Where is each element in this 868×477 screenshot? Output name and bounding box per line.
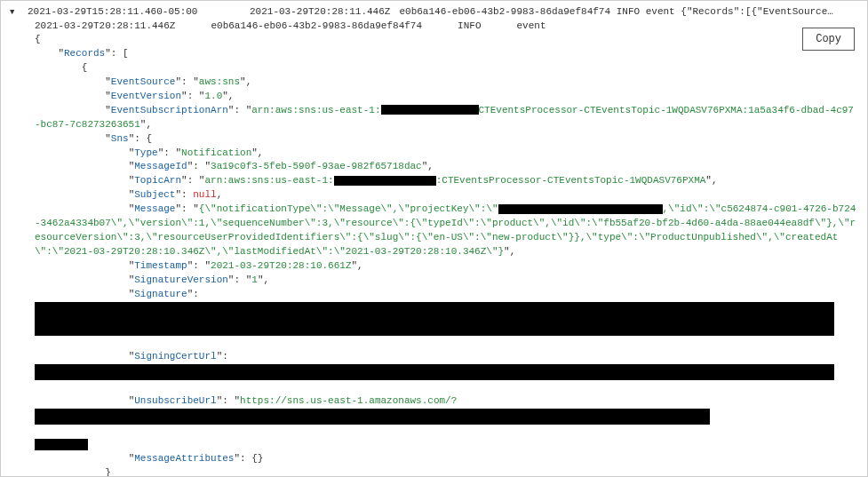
log-container: ▼ 2021-03-29T15:28:11.460-05:00 2021-03-…	[1, 1, 867, 477]
key-message: Message	[134, 203, 175, 214]
key-eventsubarn: EventSubscriptionArn	[111, 105, 228, 115]
val-topicarn-p1: arn:aws:sns:us-east-1:	[204, 175, 333, 186]
key-sns: Sns	[111, 133, 129, 144]
key-messageid: MessageId	[134, 161, 187, 171]
detail-request-id: e0b6a146-eb06-43b2-9983-86da9ef84f74	[211, 20, 422, 31]
val-message-p1: {\"notificationType\":\"Message\",\"proj…	[199, 203, 498, 214]
redacted-trail	[35, 439, 88, 450]
redacted-projectkey	[498, 204, 663, 214]
detail-level: INFO	[458, 20, 481, 31]
key-subject: Subject	[134, 189, 175, 200]
redacted-signingcert	[35, 364, 834, 380]
key-signature: Signature	[134, 289, 187, 299]
val-eventsubarn-p1: arn:aws:sns:us-east-1:	[251, 105, 380, 115]
log-detail: 2021-03-29T20:28:11.446Z e0b6a146-eb06-4…	[10, 20, 858, 477]
json-body[interactable]: { "Records": [ { "EventSource": "aws:sns…	[35, 33, 858, 477]
collapse-icon[interactable]: ▼	[10, 6, 19, 17]
log-header-row[interactable]: ▼ 2021-03-29T15:28:11.460-05:00 2021-03-…	[10, 6, 858, 17]
key-msgattr: MessageAttributes	[134, 453, 234, 464]
key-type: Type	[134, 147, 157, 158]
val-eventversion: 1.0	[204, 91, 222, 101]
val-messageid: 3a19c0f3-5feb-590f-93ae-982f65718dac	[211, 161, 422, 171]
val-sigver: 1	[251, 274, 258, 285]
key-records: Records	[64, 48, 105, 59]
redacted-unsub	[35, 409, 710, 425]
val-timestamp: 2021-03-29T20:28:10.661Z	[211, 260, 351, 271]
key-unsub: UnsubscribeUrl	[134, 395, 216, 406]
redacted-account-2	[334, 176, 436, 186]
header-timestamp-utc: 2021-03-29T20:28:11.446Z	[250, 6, 390, 17]
redacted-signature	[35, 302, 834, 336]
key-signingcert: SigningCertUrl	[134, 351, 216, 362]
detail-header: 2021-03-29T20:28:11.446Z e0b6a146-eb06-4…	[35, 20, 858, 31]
header-message-summary: e0b6a146-eb06-43b2-9983-86da9ef84f74 INF…	[399, 6, 832, 17]
redacted-account-1	[381, 105, 479, 115]
key-eventversion: EventVersion	[111, 91, 181, 101]
val-eventsource: aws:sns	[199, 76, 240, 87]
detail-event: event	[516, 20, 545, 31]
key-eventsource: EventSource	[111, 76, 176, 87]
key-timestamp: Timestamp	[134, 260, 187, 271]
header-timestamp-local: 2021-03-29T15:28:11.460-05:00	[28, 6, 214, 17]
val-type: Notification	[181, 147, 251, 158]
detail-timestamp: 2021-03-29T20:28:11.446Z	[35, 20, 175, 31]
key-sigver: SignatureVersion	[134, 274, 228, 285]
val-subject: null	[193, 189, 216, 200]
key-topicarn: TopicArn	[134, 175, 181, 186]
val-unsub: https://sns.us-east-1.amazonaws.com/?	[240, 395, 457, 406]
val-topicarn-p2: :CTEventsProcessor-CTEventsTopic-1WQDASV…	[436, 175, 706, 186]
